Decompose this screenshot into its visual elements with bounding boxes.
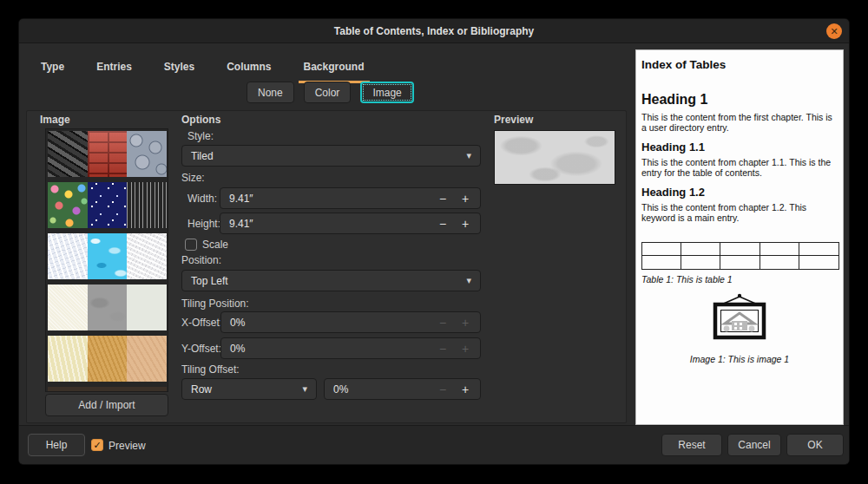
background-image-panel: Image Add / Import Options Style: Tiled …: [26, 110, 627, 423]
style-select[interactable]: Tiled ▾: [181, 145, 481, 167]
doc-heading-1: Heading 1: [641, 92, 838, 108]
thumbnail-stone-dark[interactable]: [48, 131, 88, 177]
position-select[interactable]: Top Left ▾: [181, 270, 481, 291]
ok-button[interactable]: OK: [786, 434, 844, 456]
doc-body-1-1: This is the content from chapter 1.1. Th…: [641, 157, 838, 178]
doc-table-cell: [760, 243, 799, 256]
width-stepper[interactable]: 9.41″ − +: [220, 187, 481, 209]
tiling-offset-mode-value: Row: [191, 383, 212, 396]
tab-columns[interactable]: Columns: [221, 56, 276, 83]
tiling-offset-minus-icon: −: [431, 379, 454, 399]
thumbnail-rainbow-stripes[interactable]: [127, 182, 167, 228]
preview-checkbox[interactable]: ✓: [91, 439, 103, 451]
width-plus-icon[interactable]: +: [454, 188, 477, 208]
doc-table: [641, 242, 839, 270]
thumbnail-concrete-gray[interactable]: [88, 285, 128, 330]
thumbnail-paper-peach[interactable]: [127, 336, 167, 382]
document-preview-panel: Index of Tables Heading 1 This is the co…: [635, 49, 844, 425]
texture-row: [48, 336, 166, 382]
framed-picture-icon: [696, 291, 783, 340]
tiling-offset-stepper[interactable]: 0% − +: [324, 378, 481, 400]
doc-framed-image: [641, 291, 838, 343]
scale-checkbox[interactable]: ✓: [185, 239, 197, 251]
thumbnail-partial[interactable]: [48, 387, 88, 392]
texture-gallery[interactable]: [45, 128, 168, 392]
thumbnail-partial[interactable]: [88, 387, 128, 392]
toc-dialog: Table of Contents, Index or Bibliography…: [19, 19, 849, 464]
help-button[interactable]: Help: [28, 434, 85, 456]
thumbnail-partial[interactable]: [127, 387, 167, 392]
tab-background[interactable]: Background: [299, 56, 370, 83]
doc-heading-1-1: Heading 1.1: [641, 141, 838, 154]
thumbnail-crumpled-white[interactable]: [127, 233, 167, 279]
preview-checkbox-label: Preview: [108, 440, 146, 452]
doc-table-cell: [720, 243, 760, 256]
thumbnail-water-blue[interactable]: [88, 233, 128, 279]
tiling-offset-mode-select[interactable]: Row ▾: [181, 378, 317, 400]
style-value: Tiled: [191, 150, 214, 162]
texture-row: [48, 182, 166, 228]
close-icon[interactable]: ✕: [826, 23, 842, 39]
x-offset-label: X-Offset:: [181, 317, 222, 329]
doc-table-cell: [642, 256, 681, 269]
y-offset-stepper: 0% − +: [220, 337, 481, 359]
width-minus-icon[interactable]: −: [431, 188, 454, 208]
background-mode-group: None Color Image: [247, 82, 414, 103]
thumbnail-stone-pebbles[interactable]: [127, 131, 167, 177]
size-label: Size:: [181, 172, 205, 184]
thumbnail-paper-golden[interactable]: [88, 336, 128, 382]
cancel-button[interactable]: Cancel: [727, 434, 781, 456]
width-value[interactable]: 9.41″: [229, 193, 431, 205]
footer-bar: Help ✓ Preview Reset Cancel OK: [19, 425, 849, 464]
height-stepper[interactable]: 9.41″ − +: [220, 213, 481, 234]
texture-row-partial: [48, 387, 166, 392]
add-import-button[interactable]: Add / Import: [45, 394, 168, 416]
height-label: Height:: [187, 218, 220, 230]
footer-actions: Reset Cancel OK: [661, 434, 844, 456]
texture-row: [48, 131, 166, 177]
doc-table-cell: [799, 256, 838, 269]
reset-button[interactable]: Reset: [661, 434, 722, 456]
position-label: Position:: [181, 254, 221, 266]
thumbnail-paper-pale[interactable]: [127, 285, 167, 330]
tab-styles[interactable]: Styles: [159, 56, 200, 83]
title-bar: Table of Contents, Index or Bibliography…: [19, 19, 849, 43]
tab-type[interactable]: Type: [36, 56, 69, 83]
chevron-down-icon: ▾: [302, 383, 307, 395]
tiling-offset-plus-icon[interactable]: +: [454, 379, 477, 399]
doc-body-1-2: This is the content from chapter 1.2. Th…: [641, 202, 838, 223]
height-value[interactable]: 9.41″: [229, 218, 431, 230]
thumbnail-flowers[interactable]: [48, 182, 88, 228]
options-section-title: Options: [181, 114, 220, 126]
tiling-offset-label: Tiling Offset:: [181, 363, 240, 376]
y-offset-plus-icon: +: [454, 338, 477, 358]
mode-image-button[interactable]: Image: [360, 82, 413, 103]
doc-table-cell: [720, 256, 760, 269]
doc-heading-1-2: Heading 1.2: [641, 186, 838, 199]
thumbnail-marble-white[interactable]: [48, 233, 88, 279]
doc-table-cell: [799, 243, 838, 256]
mode-color-button[interactable]: Color: [304, 82, 352, 103]
height-minus-icon[interactable]: −: [431, 213, 454, 233]
y-offset-minus-icon: −: [431, 338, 454, 358]
width-label: Width:: [187, 193, 217, 205]
x-offset-stepper: 0% − +: [220, 311, 481, 333]
thumbnail-brick-red[interactable]: [88, 131, 128, 177]
thumbnail-paper-ivory[interactable]: [48, 285, 88, 330]
doc-index-title: Index of Tables: [641, 58, 838, 71]
height-plus-icon[interactable]: +: [454, 213, 477, 233]
position-value: Top Left: [191, 275, 228, 287]
mode-none-button[interactable]: None: [247, 82, 294, 103]
y-offset-value: 0%: [230, 343, 431, 355]
x-offset-plus-icon: +: [454, 312, 477, 332]
thumbnail-night-sky[interactable]: [88, 182, 128, 228]
doc-table-cell: [681, 256, 720, 269]
doc-table-cell: [642, 243, 681, 256]
tiling-offset-value[interactable]: 0%: [333, 383, 431, 396]
tab-entries[interactable]: Entries: [91, 56, 137, 83]
thumbnail-parchment-yellow[interactable]: [48, 336, 88, 382]
tab-bar: TypeEntriesStylesColumnsBackground: [36, 56, 370, 83]
texture-preview-image: [494, 130, 615, 185]
doc-table-cell: [760, 256, 799, 269]
scale-label: Scale: [202, 239, 228, 251]
